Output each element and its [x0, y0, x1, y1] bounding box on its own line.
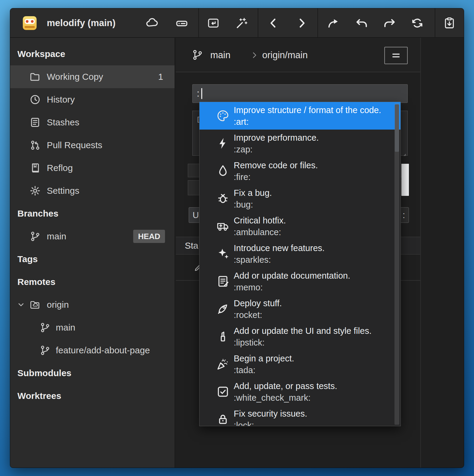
- sidebar-item-label: Stashes: [10, 117, 79, 127]
- chevron-down-icon[interactable]: [17, 301, 25, 309]
- suggestion-code: :rocket:: [234, 310, 262, 320]
- suggestion-title: Improve performance.: [234, 133, 319, 142]
- bug-icon: [216, 192, 230, 205]
- sidebar-item-working-copy[interactable]: Working Copy 1: [10, 65, 175, 88]
- staged-partial-label: Sta: [185, 241, 198, 251]
- sidebar-item-settings[interactable]: Settings: [10, 179, 175, 202]
- white-scrollbar-thumb[interactable]: [401, 164, 409, 196]
- sidebar-header-tags[interactable]: Tags: [10, 248, 175, 271]
- toolbar-separator: [317, 8, 318, 37]
- breadcrumb-branch[interactable]: main: [210, 38, 230, 72]
- suggestion-title: Begin a project.: [234, 354, 294, 363]
- right-button-partial-label: :: [403, 210, 405, 220]
- clock-icon: [29, 94, 41, 105]
- suggestion-code: :memo:: [234, 283, 263, 292]
- sidebar-item-label: Working Copy: [10, 72, 103, 82]
- sidebar-item-remote-feature-branch[interactable]: feature/add-about-page: [10, 339, 175, 362]
- sidebar-item-remote-origin[interactable]: origin: [10, 293, 175, 316]
- undo-icon[interactable]: [353, 15, 370, 31]
- toolbar-separator: [198, 8, 199, 37]
- branch-icon: [39, 322, 51, 333]
- dropdown-item-art[interactable]: Improve structure / format of the code. …: [200, 102, 400, 130]
- sidebar-header-workspace[interactable]: Workspace: [10, 43, 175, 65]
- resize-grip-icon[interactable]: [400, 148, 406, 154]
- memo-icon: [216, 275, 230, 288]
- dropdown-item-bug[interactable]: Fix a bug. :bug:: [200, 185, 400, 212]
- suggestion-code: :bug:: [234, 200, 253, 209]
- branch-icon: [29, 231, 41, 242]
- dropdown-item-memo[interactable]: Add or update documentation. :memo:: [200, 268, 400, 295]
- commit-summary-input[interactable]: :: [192, 84, 408, 103]
- hamburger-menu-button[interactable]: [384, 47, 408, 64]
- drive-icon[interactable]: [173, 15, 190, 31]
- sidebar-item-reflog[interactable]: Reflog: [10, 157, 175, 179]
- panel-divider[interactable]: [420, 38, 421, 468]
- sidebar-item-label: History: [10, 94, 75, 105]
- sidebar-item-label: Pull Requests: [10, 140, 102, 150]
- sidebar-item-pull-requests[interactable]: Pull Requests: [10, 134, 175, 157]
- suggestion-title: Add or update documentation.: [234, 271, 350, 280]
- lipstick-icon: [216, 330, 230, 343]
- sync-icon[interactable]: [409, 15, 426, 31]
- sidebar-header-submodules[interactable]: Submodules: [10, 362, 175, 385]
- back-icon[interactable]: [265, 15, 282, 31]
- dropdown-item-lipstick[interactable]: Add or update the UI and style files. :l…: [200, 323, 400, 350]
- sidebar-header-branches[interactable]: Branches: [10, 202, 175, 225]
- sidebar-item-stashes[interactable]: Stashes: [10, 111, 175, 134]
- forward-icon[interactable]: [293, 15, 310, 31]
- main-panel: main origin/main : D U : Sta: [176, 38, 464, 468]
- clipboard-download-icon[interactable]: [441, 15, 458, 31]
- suggestion-title: Remove code or files.: [234, 160, 318, 170]
- unstage-partial-label: U: [193, 210, 199, 220]
- sparkles-icon: [216, 247, 230, 260]
- commit-return-icon[interactable]: [205, 15, 222, 31]
- sidebar-item-label: Settings: [10, 186, 79, 196]
- sidebar-item-label: feature/add-about-page: [10, 345, 150, 355]
- dropdown-item-sparkles[interactable]: Introduce new features. :sparkles:: [200, 240, 400, 268]
- suggestion-code: :art:: [234, 117, 249, 127]
- breadcrumb-upstream[interactable]: origin/main: [262, 38, 308, 72]
- suggestion-title: Add or update the UI and style files.: [234, 326, 371, 336]
- suggestion-code: :sparkles:: [234, 255, 271, 265]
- dropdown-item-ambulance[interactable]: Critical hotfix. :ambulance:: [200, 212, 400, 240]
- dropdown-item-rocket[interactable]: Deploy stuff. :rocket:: [200, 295, 400, 323]
- sidebar-header-remotes[interactable]: Remotes: [10, 271, 175, 293]
- suggestion-title: Fix a bug.: [234, 188, 272, 198]
- dropdown-item-white-check-mark[interactable]: Add, update, or pass tests. :white_check…: [200, 378, 400, 406]
- suggestion-code: :zap:: [234, 145, 253, 154]
- zap-icon: [216, 137, 230, 150]
- toolbar-separator: [435, 8, 435, 37]
- count-badge: 1: [158, 72, 163, 82]
- chevron-right-icon: [250, 51, 259, 59]
- sidebar-item-remote-main[interactable]: main: [10, 316, 175, 339]
- lock-icon: [216, 413, 230, 426]
- dropdown-item-tada[interactable]: Begin a project. :tada:: [200, 350, 400, 378]
- suggestion-code: :tada:: [234, 365, 256, 375]
- cloud-icon[interactable]: [143, 15, 160, 31]
- dropdown-scrollbar-thumb[interactable]: [395, 104, 399, 152]
- dropdown-scrollbar[interactable]: [394, 103, 399, 425]
- sidebar-item-branch-main[interactable]: main HEAD: [10, 225, 175, 248]
- sidebar-item-history[interactable]: History: [10, 88, 175, 111]
- dropdown-item-lock[interactable]: Fix security issues. :lock:: [200, 406, 400, 426]
- window-title: melodify (main): [47, 8, 116, 38]
- magic-wand-icon[interactable]: [233, 15, 250, 31]
- suggestion-title: Improve structure / format of the code.: [234, 105, 381, 115]
- folder-icon: [29, 71, 41, 82]
- share-icon[interactable]: [325, 15, 342, 31]
- pull-request-icon: [29, 139, 41, 151]
- commit-summary-value: :: [197, 88, 200, 99]
- palette-icon: [216, 109, 230, 122]
- suggestion-code: :fire:: [234, 172, 250, 182]
- sidebar-item-label: Reflog: [10, 163, 73, 173]
- redo-icon[interactable]: [381, 15, 398, 31]
- suggestion-title: Fix security issues.: [234, 409, 307, 418]
- sidebar-header-worktrees[interactable]: Worktrees: [10, 385, 175, 407]
- suggestion-code: :lipstick:: [234, 338, 265, 347]
- suggestion-code: :white_check_mark:: [234, 393, 310, 403]
- suggestion-title: Introduce new features.: [234, 243, 325, 253]
- dropdown-item-fire[interactable]: Remove code or files. :fire:: [200, 157, 400, 185]
- journal-icon: [29, 162, 41, 174]
- head-badge: HEAD: [133, 230, 165, 243]
- dropdown-item-zap[interactable]: Improve performance. :zap:: [200, 130, 400, 157]
